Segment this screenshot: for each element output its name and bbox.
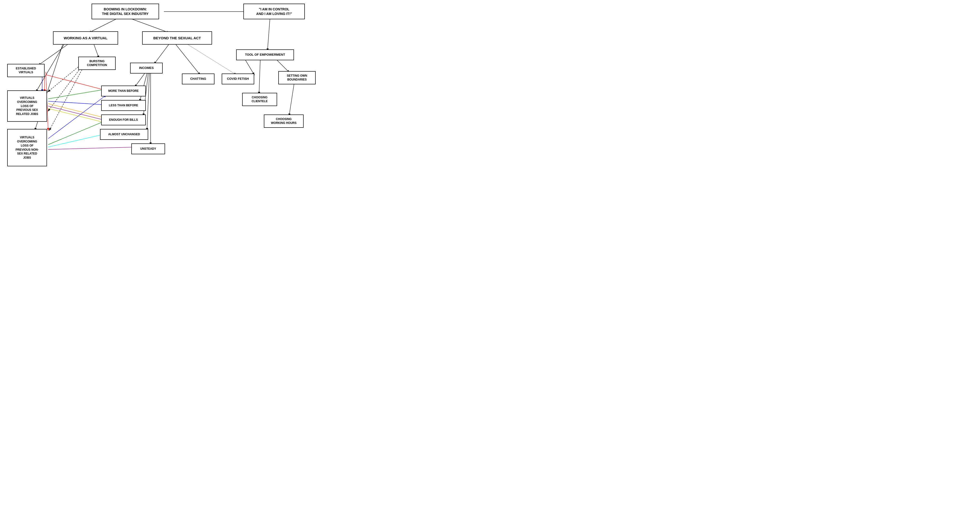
node-incomes: INCOMES (130, 63, 163, 73)
node-bursting: BURSTINGCOMPETITION (78, 57, 116, 70)
node-less-than: LESS THAN BEFORE (101, 100, 146, 111)
svg-line-9 (176, 45, 200, 75)
svg-line-26 (48, 89, 106, 99)
svg-line-22 (48, 66, 82, 111)
svg-line-4 (38, 45, 67, 65)
svg-line-18 (147, 73, 150, 130)
node-almost-unchanged: ALMOST UNCHANGED (100, 129, 148, 140)
node-chatting: CHATTING (182, 73, 215, 84)
node-working-virtual: WORKING AS A VIRTUAL (53, 31, 118, 45)
svg-line-24 (46, 75, 106, 91)
svg-line-5 (94, 45, 99, 58)
svg-line-14 (289, 84, 294, 116)
svg-line-12 (277, 60, 289, 72)
svg-line-21 (48, 64, 82, 92)
svg-line-29 (48, 108, 106, 123)
svg-line-11 (259, 60, 260, 94)
svg-line-8 (154, 45, 169, 64)
svg-line-33 (48, 147, 135, 150)
node-control: "I AM IN CONTROLAND I AM LOVING IT!" (243, 4, 305, 19)
svg-line-27 (48, 104, 106, 118)
node-established: ESTABLISHEDVIRTUALS (7, 64, 45, 77)
node-enough-bills: ENOUGH FOR BILLS (101, 115, 146, 125)
svg-line-0 (89, 19, 116, 33)
svg-line-1 (132, 19, 169, 33)
arrows-svg (0, 0, 337, 174)
node-choosing-hours: CHOOSINGWORKING HOURS (264, 115, 304, 128)
node-main-title: BOOMING IN LOCKDOWN:THE DIGITAL SEX INDU… (92, 4, 159, 19)
svg-line-3 (267, 19, 270, 51)
svg-line-10 (188, 45, 236, 75)
node-setting-own: SETTING OWNBOUNDARIES (278, 71, 316, 84)
svg-line-23 (49, 67, 83, 130)
svg-line-32 (48, 134, 106, 147)
node-more-than: MORE THAN BEFORE (101, 86, 146, 96)
svg-line-25 (48, 101, 106, 105)
svg-line-30 (48, 95, 106, 139)
node-virtuals-overcoming-prev: VIRTUALSOVERCOMINGLOSS OFPREVIOUS SEXREL… (7, 91, 47, 122)
node-choosing-clientele: CHOOSINGCLIENTELE (242, 93, 277, 106)
diagram: BOOMING IN LOCKDOWN:THE DIGITAL SEX INDU… (0, 0, 337, 174)
node-beyond: BEYOND THE SEXUAL ACT (142, 31, 212, 45)
svg-line-28 (48, 106, 106, 121)
svg-line-31 (48, 121, 106, 145)
node-virtuals-non-sex: VIRTUALSOVERCOMINGLOSS OFPREVIOUS NON-SE… (7, 129, 47, 166)
node-tool-empowerment: TOOL OF EMPOWERMENT (236, 49, 294, 60)
node-unsteady: UNSTEADY (131, 143, 165, 154)
svg-line-15 (135, 73, 145, 87)
node-covid-fetish: COVID FETISH (222, 73, 254, 84)
